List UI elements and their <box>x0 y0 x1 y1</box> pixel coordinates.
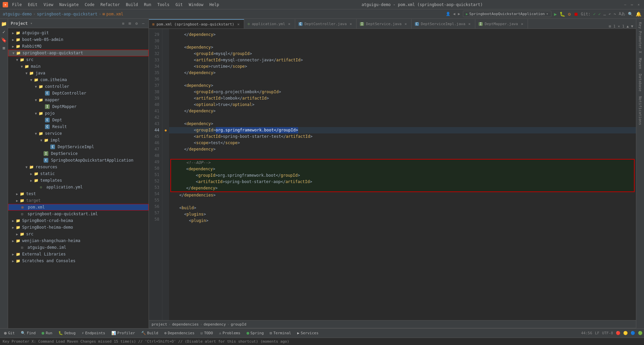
tree-item-result[interactable]: C Result <box>8 123 149 130</box>
bottom-terminal-btn[interactable]: ⊡ Terminal <box>267 330 294 336</box>
tree-item-impl[interactable]: ▼ 📁 impl <box>8 137 149 143</box>
breadcrumb-project[interactable]: atguigu-demo <box>3 12 32 16</box>
bottom-todo-btn[interactable]: ☑ TODO <box>198 330 216 336</box>
tab-more-btn[interactable]: ⊞ 1 ✕ 1 ▲ ▼ <box>609 24 633 28</box>
code-area[interactable]: </dependency> <dependency> <groupId>mysq… <box>169 29 636 320</box>
sidebar-commit-icon[interactable]: ✓ <box>0 28 8 36</box>
tree-item-atguigu-git[interactable]: ▶ 📁 atguigu-git <box>8 30 149 36</box>
tree-item-springboot-crud[interactable]: ▶ 📁 SpringBoot-crud-heima <box>8 217 149 224</box>
panel-sort[interactable]: ⊞ <box>127 21 132 26</box>
sidebar-project-icon[interactable]: 📁 <box>0 20 8 27</box>
tree-item-rabbitmq[interactable]: ▶ 📁 RabbitMQ <box>8 43 149 50</box>
menu-run[interactable]: Run <box>141 2 154 8</box>
editor-content[interactable]: 29 30 31 32 33 34 35 36 37 38 39 40 41 4… <box>149 29 636 320</box>
tree-item-src[interactable]: ▼ 📁 src <box>8 56 149 63</box>
tree-item-deptcontroller[interactable]: C DeptController <box>8 90 149 97</box>
tree-item-service[interactable]: ▼ 📁 service <box>8 130 149 137</box>
tree-item-springboot-aop[interactable]: ▼ 📁 springboot-aop-quickstart <box>8 50 149 56</box>
tree-item-deptservice[interactable]: I DeptService <box>8 150 149 157</box>
tab-deptservice[interactable]: I DeptService.java ✕ <box>357 19 412 28</box>
menu-refactor[interactable]: Refactor <box>98 2 122 8</box>
sidebar-structure-icon[interactable]: ≡ <box>0 44 8 52</box>
toolbar-forward-icon[interactable]: ▶ <box>458 12 460 16</box>
tree-item-mapper[interactable]: ▼ 📁 mapper <box>8 97 149 103</box>
bottom-problems-btn[interactable]: ⚠ Problems <box>216 330 243 336</box>
menu-build[interactable]: Build <box>123 2 141 8</box>
right-panel-key-promoter[interactable]: Key Promoter X <box>637 20 644 55</box>
run-config-selector[interactable]: ▶ SpringbootAopQuickstartApplication ▾ <box>463 11 551 17</box>
menu-file[interactable]: File <box>9 2 24 8</box>
menu-tools[interactable]: Tools <box>155 2 172 8</box>
menu-window[interactable]: Window <box>186 2 206 8</box>
tree-item-dept[interactable]: C Dept <box>8 117 149 123</box>
right-panel-maven[interactable]: Maven <box>637 56 644 71</box>
menu-help[interactable]: Help <box>207 2 222 8</box>
tab-close-btn[interactable]: ✕ <box>349 21 353 26</box>
tab-pom-xml[interactable]: ⊞ pom.xml (springboot-aop-quickstart) ✕ <box>149 19 244 28</box>
bottom-git-btn[interactable]: Git <box>1 330 17 336</box>
tree-item-deptserviceimpl[interactable]: C DeptServiceImpl <box>8 143 149 150</box>
tree-item-test[interactable]: ▶ 📁 test <box>8 190 149 197</box>
menu-view[interactable]: View <box>41 2 56 8</box>
panel-dropdown[interactable]: ▾ <box>31 21 33 25</box>
tree-item-main[interactable]: ▼ 📁 main <box>8 63 149 70</box>
tree-item-pojo[interactable]: ▼ 📁 pojo <box>8 110 149 117</box>
bottom-run-btn[interactable]: Run <box>39 330 55 336</box>
tab-close-btn[interactable]: ✕ <box>404 21 408 26</box>
bottom-profiler-btn[interactable]: 📊 Profiler <box>109 330 138 336</box>
panel-settings[interactable]: ⚙ <box>134 21 139 26</box>
breadcrumb-module[interactable]: springboot-aop-quickstart <box>37 12 98 16</box>
bottom-endpoints-btn[interactable]: ⚡ Endpoints <box>79 330 108 336</box>
toolbar-back-icon[interactable]: ◀ <box>453 12 455 16</box>
tree-item-springboot-app[interactable]: C SpringbootAopQuickstartApplication <box>8 157 149 164</box>
panel-hide[interactable]: — <box>141 21 146 26</box>
run-button[interactable]: ▶ <box>554 11 557 17</box>
bottom-dependencies-btn[interactable]: ⚙ Dependencies <box>162 330 197 336</box>
panel-collapse-all[interactable]: ≡ <box>120 21 126 26</box>
tab-deptcontroller[interactable]: C DeptController.java ✕ <box>295 19 357 28</box>
tree-item-application-yml[interactable]: ⚙ application.yml <box>8 184 149 190</box>
bottom-services-btn[interactable]: ▶ Services <box>294 330 321 336</box>
menu-git[interactable]: Git <box>173 2 185 8</box>
tree-item-pom-xml[interactable]: ⊞ pom.xml <box>8 204 149 211</box>
menu-navigate[interactable]: Navigate <box>57 2 82 8</box>
tree-item-com-itheima[interactable]: ▼ 📁 com.itheima <box>8 76 149 83</box>
bottom-find-btn[interactable]: 🔍 Find <box>18 330 39 336</box>
close-button[interactable]: ✕ <box>636 2 641 7</box>
bottom-spring-btn[interactable]: Spring <box>244 330 267 336</box>
bottom-build-btn[interactable]: 🔨 Build <box>139 330 161 336</box>
tab-close-btn[interactable]: ✕ <box>520 21 524 26</box>
menu-edit[interactable]: Edit <box>25 2 40 8</box>
tree-item-boot-web[interactable]: ▶ 📁 boot-web-05-admin <box>8 36 149 43</box>
right-panel-database[interactable]: Database <box>637 72 644 94</box>
tree-item-target[interactable]: ▶ 📁 target <box>8 197 149 204</box>
menu-code[interactable]: Code <box>82 2 97 8</box>
tree-item-wenjian[interactable]: ▶ 📁 wenjian-shangchuan-heima <box>8 237 149 244</box>
redo-button[interactable]: ↷ <box>614 12 616 16</box>
tab-close-btn[interactable]: ✕ <box>467 21 472 26</box>
undo-button[interactable]: ↶ <box>608 12 611 16</box>
tree-item-templates[interactable]: ▶ 📁 templates <box>8 177 149 184</box>
tree-item-src2[interactable]: ▶ 📁 src <box>8 231 149 237</box>
tab-deptserviceimpl[interactable]: C DeptServiceImpl.java ✕ <box>412 19 475 28</box>
tree-item-atguigu-iml[interactable]: ⊡ atguigu-demo.iml <box>8 244 149 251</box>
build-button[interactable]: ⚙ <box>568 11 571 17</box>
tree-item-static[interactable]: ▶ 📁 static <box>8 170 149 177</box>
tree-item-java[interactable]: ▼ 📁 java <box>8 70 149 76</box>
tab-deptmapper[interactable]: I DeptMapper.java ✕ <box>475 19 528 28</box>
search-button[interactable]: 🔍 <box>628 12 633 16</box>
stop-button[interactable]: ⏹ <box>574 11 578 17</box>
sidebar-bookmark-icon[interactable]: 🔖 <box>0 36 8 44</box>
tab-close-btn[interactable]: ✕ <box>287 21 291 26</box>
tree-item-controller[interactable]: ▼ 📁 controller <box>8 83 149 90</box>
tree-item-resources[interactable]: ▼ 📁 resources <box>8 164 149 170</box>
tab-application-yml[interactable]: ⚙ application.yml ✕ <box>244 19 295 28</box>
tree-item-external-libs[interactable]: ▶ 📁 External Libraries <box>8 251 149 257</box>
tab-close-btn[interactable]: ✕ <box>236 22 240 27</box>
tree-item-springboot-heima[interactable]: ▶ 📁 SpringBoot-heima-demo <box>8 224 149 231</box>
tree-item-scratches[interactable]: ▶ 📁 Scratches and Consoles <box>8 257 149 264</box>
debug-button[interactable]: 🐛 <box>559 11 565 17</box>
bottom-debug-btn[interactable]: 🐛 Debug <box>56 330 78 336</box>
maximize-button[interactable]: ▭ <box>629 2 635 7</box>
tree-item-deptmapper[interactable]: I DeptMapper <box>8 103 149 110</box>
